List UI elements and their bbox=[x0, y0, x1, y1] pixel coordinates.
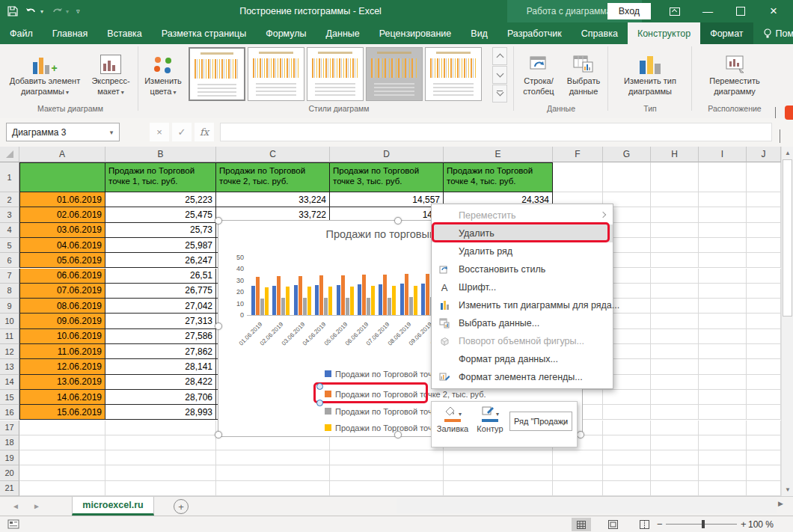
chart-bar[interactable] bbox=[341, 275, 345, 315]
chart-bar[interactable] bbox=[426, 274, 429, 315]
tab-format[interactable]: Формат bbox=[700, 22, 753, 44]
sheet-nav-left-icon[interactable]: ◄ bbox=[12, 502, 19, 510]
chart-bar[interactable] bbox=[405, 274, 408, 315]
grid-cell-B17[interactable] bbox=[105, 421, 216, 435]
grid-cell-J11[interactable] bbox=[747, 329, 781, 344]
insert-function-icon[interactable]: fx bbox=[195, 123, 214, 141]
grid-cell-B11[interactable]: 27,586 bbox=[105, 329, 216, 344]
column-header-E[interactable]: E bbox=[444, 147, 553, 162]
grid-cell-H16[interactable] bbox=[651, 405, 699, 420]
grid-cell-A4[interactable]: 03.06.2019 bbox=[19, 223, 105, 238]
menu-item-6[interactable]: Изменить тип диаграммы для ряда... bbox=[432, 296, 613, 314]
undo-icon[interactable]: ▾ bbox=[25, 7, 43, 16]
chart-bar[interactable] bbox=[324, 298, 328, 315]
grid-cell-B13[interactable]: 28,141 bbox=[105, 359, 216, 374]
grid-cell-A12[interactable]: 11.06.2019 bbox=[19, 344, 105, 359]
grid-cell-B19[interactable] bbox=[105, 450, 216, 465]
grid-cell-E20[interactable] bbox=[444, 465, 553, 480]
cancel-formula-icon[interactable]: × bbox=[150, 123, 169, 141]
chart-bar[interactable] bbox=[350, 287, 354, 315]
menu-item-7[interactable]: Выбрать данные... bbox=[432, 314, 613, 332]
formula-input[interactable] bbox=[220, 123, 772, 141]
chart-bar[interactable] bbox=[272, 286, 276, 315]
grid-cell-H20[interactable] bbox=[651, 465, 699, 480]
grid-cell-C19[interactable] bbox=[216, 450, 330, 465]
chart-bar[interactable] bbox=[328, 287, 332, 315]
tab-7[interactable]: Разработчик bbox=[497, 22, 572, 44]
gallery-scroll-down-icon[interactable] bbox=[492, 66, 507, 84]
grid-cell-G1[interactable] bbox=[603, 162, 651, 192]
grid-cell-J20[interactable] bbox=[747, 465, 781, 480]
chart-style-thumb-5[interactable] bbox=[425, 47, 482, 101]
quick-layout-button[interactable]: Экспресс-макет▾ bbox=[87, 47, 135, 104]
chart-frame-handle[interactable] bbox=[394, 431, 402, 438]
grid-cell-D21[interactable] bbox=[330, 481, 444, 496]
grid-cell-E19[interactable] bbox=[444, 450, 553, 465]
grid-cell-F1[interactable] bbox=[553, 162, 603, 192]
grid-cell-I7[interactable] bbox=[699, 269, 747, 284]
grid-cell-J18[interactable] bbox=[747, 435, 781, 450]
zoom-slider-thumb[interactable] bbox=[702, 520, 705, 528]
grid-cell-J13[interactable] bbox=[747, 359, 781, 374]
grid-cell-B6[interactable]: 26,247 bbox=[105, 253, 216, 268]
chart-bar[interactable] bbox=[379, 284, 382, 315]
chart-bar[interactable] bbox=[346, 298, 349, 315]
close-icon[interactable]: × bbox=[757, 0, 790, 22]
grid-cell-H1[interactable] bbox=[651, 162, 699, 192]
grid-cell-A15[interactable]: 14.06.2019 bbox=[19, 390, 105, 405]
grid-cell-C18[interactable] bbox=[216, 435, 330, 450]
grid-cell-H4[interactable] bbox=[651, 223, 699, 238]
grid-cell-A6[interactable]: 05.06.2019 bbox=[19, 253, 105, 268]
row-header-17[interactable]: 17 bbox=[0, 421, 19, 435]
fill-color-button[interactable]: ▾ Заливка bbox=[435, 406, 471, 443]
chart-bar[interactable] bbox=[281, 298, 285, 315]
grid-cell-H10[interactable] bbox=[651, 314, 699, 328]
column-header-F[interactable]: F bbox=[553, 147, 603, 162]
column-header-A[interactable]: A bbox=[19, 147, 105, 162]
row-header-15[interactable]: 15 bbox=[0, 390, 19, 405]
grid-cell-F21[interactable] bbox=[553, 481, 603, 496]
grid-cell-C20[interactable] bbox=[216, 465, 330, 480]
minimize-icon[interactable]: — bbox=[691, 0, 724, 22]
vertical-scrollbar[interactable]: ▲ ▼ bbox=[781, 147, 793, 496]
grid-cell-I20[interactable] bbox=[699, 465, 747, 480]
row-header-12[interactable]: 12 bbox=[0, 344, 19, 359]
grid-cell-A18[interactable] bbox=[19, 435, 105, 450]
row-header-8[interactable]: 8 bbox=[0, 284, 19, 299]
tab-5[interactable]: Рецензирование bbox=[370, 22, 462, 44]
chart-style-thumb-4[interactable] bbox=[366, 47, 423, 101]
grid-cell-G20[interactable] bbox=[603, 465, 651, 480]
enter-formula-icon[interactable]: ✓ bbox=[172, 123, 192, 141]
save-icon[interactable] bbox=[7, 6, 18, 16]
grid-cell-A2[interactable]: 01.06.2019 bbox=[19, 192, 105, 207]
chart-bar[interactable] bbox=[319, 275, 323, 315]
column-header-D[interactable]: D bbox=[330, 147, 444, 162]
grid-cell-D20[interactable] bbox=[330, 465, 444, 480]
grid-cell-H7[interactable] bbox=[651, 269, 699, 284]
chart-bar[interactable] bbox=[414, 286, 417, 315]
grid-cell-E21[interactable] bbox=[444, 481, 553, 496]
grid-cell-B21[interactable] bbox=[105, 481, 216, 496]
row-header-7[interactable]: 7 bbox=[0, 269, 19, 284]
grid-cell-G19[interactable] bbox=[603, 450, 651, 465]
chart-bar[interactable] bbox=[362, 275, 366, 315]
vertical-scroll-thumb[interactable] bbox=[783, 159, 792, 317]
scroll-right-icon[interactable]: ▶ bbox=[778, 500, 783, 507]
column-header-I[interactable]: I bbox=[699, 147, 747, 162]
grid-cell-J10[interactable] bbox=[747, 314, 781, 328]
chart-style-thumb-1[interactable] bbox=[189, 47, 245, 101]
change-colors-button[interactable]: Изменить цвета▾ bbox=[141, 47, 186, 104]
sheet-nav-right-icon[interactable]: ► bbox=[33, 502, 40, 510]
grid-cell-A8[interactable]: 07.06.2019 bbox=[19, 284, 105, 299]
add-chart-element-button[interactable]: + Добавить элемент диаграммы▾ bbox=[6, 47, 84, 104]
column-header-B[interactable]: B bbox=[105, 147, 216, 162]
grid-cell-J8[interactable] bbox=[747, 284, 781, 299]
chart-frame-handle[interactable] bbox=[215, 322, 222, 330]
grid-cell-I9[interactable] bbox=[699, 299, 747, 314]
tab-constructor[interactable]: Конструктор bbox=[628, 22, 700, 44]
chart-frame-handle[interactable] bbox=[394, 217, 402, 224]
chart-bar[interactable] bbox=[400, 284, 404, 315]
grid-cell-I1[interactable] bbox=[699, 162, 747, 192]
grid-cell-J14[interactable] bbox=[747, 375, 781, 390]
select-all-corner[interactable] bbox=[0, 147, 19, 162]
